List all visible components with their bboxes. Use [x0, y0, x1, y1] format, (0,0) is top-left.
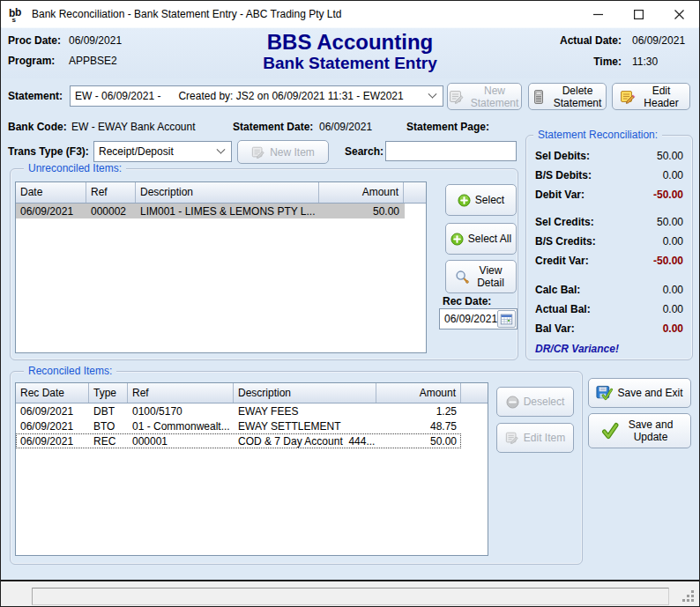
- rec-date-input[interactable]: 06/09/2021: [439, 308, 518, 329]
- cell-rec-date: 06/09/2021: [16, 420, 89, 433]
- save-and-update-label: Save and Update: [623, 418, 678, 443]
- cell-ref: 000002: [86, 205, 136, 218]
- cell-type: BTO: [89, 420, 128, 433]
- cell-type: DBT: [89, 405, 128, 418]
- trans-type-value: Receipt/Deposit: [99, 145, 174, 158]
- statement-date-value: 06/09/2021: [319, 121, 372, 133]
- actual-bal-value: 0.00: [663, 303, 683, 315]
- bs-debits-value: 0.00: [663, 169, 683, 181]
- rec-date-label: Rec Date:: [443, 295, 491, 307]
- debit-var-value: -50.00: [653, 189, 683, 201]
- edit-item-icon: [505, 431, 519, 445]
- chevron-down-icon: [217, 144, 226, 153]
- actual-date-value: 06/09/2021: [632, 34, 685, 47]
- new-item-icon: [251, 145, 265, 159]
- save-and-exit-button[interactable]: Save and Exit: [588, 378, 691, 408]
- cell-ref: 0100/5170: [128, 405, 234, 418]
- sel-debits-value: 50.00: [657, 150, 683, 162]
- time-value: 11:30: [632, 56, 658, 68]
- statement-date-label: Statement Date:: [233, 121, 313, 133]
- statusbar: [1, 581, 699, 606]
- cell-date: 06/09/2021: [16, 205, 86, 218]
- unreconciled-list[interactable]: Date Ref Description Amount 06/09/2021 0…: [15, 181, 427, 353]
- save-disk-check-icon: [596, 385, 613, 402]
- edit-item-button[interactable]: Edit Item: [496, 423, 574, 453]
- edit-header-button[interactable]: Edit Header: [612, 83, 690, 110]
- delete-statement-button[interactable]: Delete Statement: [528, 83, 607, 110]
- window-controls: [577, 1, 699, 27]
- unreconciled-header-row: Date Ref Description Amount: [16, 182, 426, 204]
- new-statement-label: New Statement: [469, 85, 520, 109]
- delete-statement-label: Delete Statement: [551, 85, 604, 109]
- statement-reconciliation-title: Statement Reconciliation:: [533, 129, 662, 141]
- statement-combobox-value: EW - 06/09/2021 - Created by: JS2 on 06/…: [75, 90, 404, 102]
- select-all-button[interactable]: Select All: [445, 223, 517, 255]
- column-header-description: Description: [234, 383, 376, 403]
- new-item-button[interactable]: New Item: [237, 140, 329, 164]
- unreconciled-group-title: Unreconciled Items:: [24, 162, 126, 174]
- calc-bal-label: Calc Bal:: [535, 284, 580, 296]
- resize-grip[interactable]: [682, 590, 695, 603]
- table-row[interactable]: 06/09/2021 000002 LIM001 - LIMES & LEMON…: [16, 204, 405, 218]
- new-item-label: New Item: [270, 146, 315, 159]
- reconciliation-rows: Sel Debits:50.00 B/S Debits:0.00 Debit V…: [526, 146, 692, 355]
- edit-header-icon: [620, 89, 636, 105]
- rec-date-value: 06/09/2021: [440, 313, 497, 325]
- column-header-date: Date: [16, 182, 86, 203]
- table-row[interactable]: 06/09/2021 BTO 01 - Commonwealt... EWAY …: [16, 418, 488, 433]
- edit-item-label: Edit Item: [524, 432, 565, 444]
- statement-page-label: Statement Page:: [406, 121, 489, 133]
- table-row[interactable]: 06/09/2021 DBT 0100/5170 EWAY FEES 1.25: [16, 403, 488, 418]
- cell-description: EWAY SETTLEMENT: [234, 420, 376, 433]
- reconciled-header-row: Rec Date Type Ref Description Amount: [16, 383, 488, 403]
- table-row[interactable]: 06/09/2021 REC 000001 COD & 7 Day Accoun…: [16, 433, 461, 448]
- debit-var-label: Debit Var:: [535, 189, 585, 201]
- select-label: Select: [475, 194, 504, 206]
- reconciled-group-title: Reconciled Items:: [24, 365, 116, 377]
- sel-debits-label: Sel Debits:: [535, 150, 590, 162]
- cell-description: COD & 7 Day Account 444...: [234, 435, 376, 448]
- calc-bal-value: 0.00: [663, 284, 683, 296]
- calendar-icon: [500, 313, 513, 326]
- cell-amount: 50.00: [376, 435, 461, 448]
- save-and-update-button[interactable]: Save and Update: [588, 413, 691, 448]
- cell-description: LIM001 - LIMES & LEMONS PTY L...: [136, 205, 319, 218]
- cell-ref: 000001: [128, 435, 234, 448]
- edit-header-label: Edit Header: [640, 85, 682, 109]
- close-icon: [674, 10, 684, 19]
- trans-type-combobox[interactable]: Receipt/Deposit: [93, 141, 232, 162]
- minimize-icon: [593, 10, 603, 19]
- delete-statement-icon: [531, 89, 547, 105]
- cell-description: EWAY FEES: [234, 405, 376, 418]
- deselect-label: Deselect: [524, 396, 565, 408]
- column-header-filler: [461, 383, 488, 403]
- deselect-button[interactable]: Deselect: [496, 387, 574, 417]
- cell-amount: 48.75: [376, 420, 461, 433]
- app-logo-icon: [8, 5, 26, 23]
- actual-bal-label: Actual Bal:: [535, 303, 591, 315]
- select-all-label: Select All: [468, 233, 511, 245]
- search-input[interactable]: [385, 141, 517, 161]
- titlebar: Bank Reconciliation - Bank Statement Ent…: [1, 1, 699, 27]
- sel-credits-value: 50.00: [657, 216, 683, 228]
- bs-debits-label: B/S Debits:: [535, 169, 592, 181]
- select-button[interactable]: Select: [445, 184, 517, 216]
- column-header-ref: Ref: [86, 182, 136, 203]
- bs-credits-label: B/S Credits:: [535, 235, 596, 248]
- reconciled-list[interactable]: Rec Date Type Ref Description Amount 06/…: [15, 382, 488, 556]
- plus-circle-icon: [451, 233, 464, 246]
- calendar-button[interactable]: [497, 310, 516, 328]
- save-and-exit-label: Save and Exit: [617, 387, 682, 399]
- credit-var-value: -50.00: [653, 255, 683, 267]
- statement-combobox[interactable]: EW - 06/09/2021 - Created by: JS2 on 06/…: [70, 85, 443, 107]
- sel-credits-label: Sel Credits:: [535, 216, 594, 228]
- view-detail-button[interactable]: View Detail: [445, 260, 517, 293]
- new-statement-button[interactable]: New Statement: [447, 83, 522, 110]
- green-check-icon: [601, 422, 619, 440]
- column-header-rec-date: Rec Date: [16, 383, 89, 403]
- plus-circle-icon: [458, 194, 471, 207]
- close-button[interactable]: [659, 1, 699, 27]
- cell-amount: 50.00: [319, 205, 404, 218]
- maximize-button[interactable]: [618, 1, 659, 27]
- minimize-button[interactable]: [577, 1, 618, 27]
